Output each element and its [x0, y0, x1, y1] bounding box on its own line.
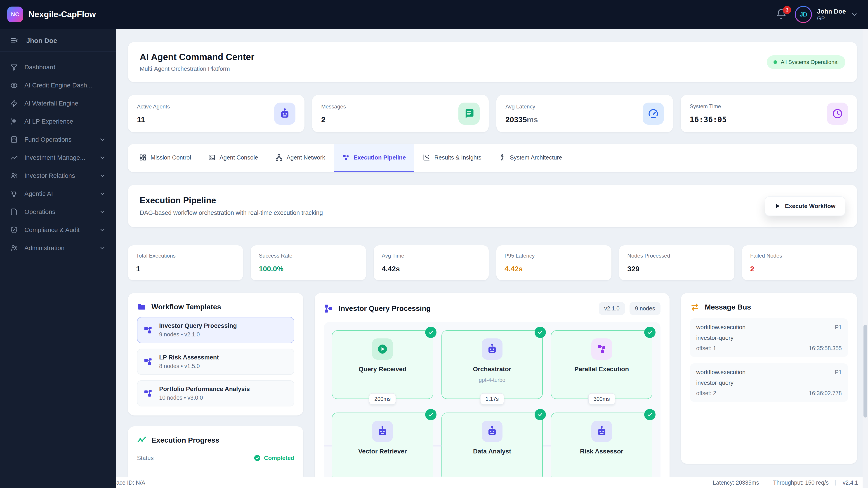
sidebar-item-administration[interactable]: Administration [4, 239, 112, 257]
sidebar-collapse-icon[interactable] [10, 36, 19, 45]
scrollbar-thumb[interactable] [864, 325, 867, 418]
pstat-avg-time: Avg Time 4.42s [374, 246, 489, 281]
clock-icon [827, 103, 848, 125]
bus-priority: P1 [835, 324, 842, 330]
dag-node-query-received[interactable]: Query Received 200ms [332, 330, 433, 399]
tab-agent-console[interactable]: Agent Console [199, 144, 267, 172]
check-badge-icon [644, 327, 655, 338]
sidebar-item-ai-credit-engine[interactable]: AI Credit Engine Dash... [4, 76, 112, 94]
stat-card-avg-latency: Avg Latency 20335ms [496, 95, 673, 132]
robot-icon [372, 421, 393, 442]
sidebar-item-agentic-ai[interactable]: Agentic AI [4, 185, 112, 203]
check-badge-icon [425, 327, 436, 338]
progress-status-text: Completed [264, 455, 294, 462]
dag-node-vector-retriever[interactable]: Vector Retriever [332, 413, 433, 481]
dag-node-data-analyst[interactable]: Data Analyst [441, 413, 543, 481]
progress-status-value: Completed [254, 454, 294, 462]
sidebar-profile-name: Jhon Doe [26, 37, 57, 44]
workflow-icon [342, 154, 349, 161]
trending-up-icon [10, 154, 18, 162]
scatter-chart-icon [423, 154, 430, 161]
robot-icon [482, 421, 502, 442]
node-name: Data Analyst [473, 448, 511, 455]
stat-value: 16:36:05 [690, 115, 727, 124]
template-name: Portfolio Performance Analysis [159, 386, 250, 393]
latency-text: Latency: 20335ms [713, 480, 759, 486]
calculator-icon [10, 135, 18, 144]
bus-channel: investor-query [696, 334, 842, 341]
user-menu[interactable]: JD John Doe GP [795, 6, 858, 23]
dag-node-orchestrator[interactable]: Orchestrator gpt-4-turbo 1.17s [441, 330, 543, 399]
tab-mission-control[interactable]: Mission Control [131, 144, 199, 172]
dag-node-risk-assessor[interactable]: Risk Assessor [551, 413, 652, 481]
tabbar: Mission Control Agent Console Agent Netw… [128, 144, 857, 172]
sidebar-item-compliance-audit[interactable]: Compliance & Audit [4, 221, 112, 239]
template-meta: 9 nodes • v2.1.0 [159, 331, 237, 338]
tab-label: Results & Insights [434, 154, 481, 161]
pipeline-stats-row: Total Executions 1 Success Rate 100.0% A… [128, 246, 857, 281]
tab-execution-pipeline[interactable]: Execution Pipeline [334, 144, 414, 172]
template-portfolio-performance-analysis[interactable]: Portfolio Performance Analysis 10 nodes … [137, 380, 294, 406]
dag-node-parallel-execution[interactable]: Parallel Execution 300ms [551, 330, 652, 399]
tab-system-architecture[interactable]: System Architecture [490, 144, 571, 172]
message-bus-panel: Message Bus workflow.execution P1 invest… [681, 293, 857, 464]
sidebar-item-investor-relations[interactable]: Investor Relations [4, 167, 112, 185]
notifications-button[interactable]: 3 [776, 8, 787, 20]
tab-results-insights[interactable]: Results & Insights [414, 144, 490, 172]
tab-agent-network[interactable]: Agent Network [267, 144, 334, 172]
chevron-down-icon [851, 11, 858, 18]
throughput-text: Throughput: 150 req/s [773, 480, 829, 486]
bus-timestamp: 16:35:58.355 [809, 345, 842, 352]
dag-canvas: Query Received 200ms Orchestrator gpt-4-… [324, 322, 660, 488]
pstat-value: 100.0% [259, 265, 358, 273]
sidebar-item-operations[interactable]: Operations [4, 203, 112, 221]
sidebar-item-ai-waterfall[interactable]: AI Waterfall Engine [4, 94, 112, 112]
pstat-value: 1 [136, 265, 235, 273]
sidebar-item-label: AI LP Experience [24, 118, 73, 125]
execute-workflow-button[interactable]: Execute Workflow [765, 196, 845, 216]
check-badge-icon [535, 327, 546, 338]
node-duration: 200ms [369, 393, 396, 405]
template-investor-query-processing[interactable]: Investor Query Processing 9 nodes • v2.1… [137, 317, 294, 343]
terminal-icon [208, 154, 215, 161]
sidebar-item-label: Administration [24, 245, 64, 252]
tab-label: Agent Network [287, 154, 325, 161]
page-title: AI Agent Command Center [140, 52, 254, 62]
bus-offset: offset: 2 [696, 390, 716, 396]
sidebar-item-fund-operations[interactable]: Fund Operations [4, 131, 112, 149]
pstat-value: 329 [627, 265, 726, 273]
divider [766, 480, 766, 486]
workflow-icon [143, 325, 153, 335]
stat-label: System Time [690, 103, 727, 109]
bus-topic: workflow.execution [696, 369, 745, 376]
sidebar-item-investment-management[interactable]: Investment Manage... [4, 149, 112, 167]
scrollbar-track[interactable] [863, 29, 868, 488]
bus-message: workflow.execution P1 investor-query off… [690, 363, 848, 402]
stat-value: 2 [321, 115, 346, 124]
sidebar-item-dashboard[interactable]: Dashboard [4, 58, 112, 76]
chevron-down-icon [99, 208, 106, 215]
pstat-label: P95 Latency [504, 253, 603, 259]
status-dot [774, 60, 777, 64]
pstat-value: 4.42s [382, 265, 480, 273]
dashboard-grid-icon [139, 154, 147, 161]
chevron-down-icon [99, 191, 106, 197]
sidebar: Jhon Doe Dashboard AI Credit Engine Dash… [0, 29, 116, 488]
app-logo: NC [7, 6, 23, 22]
sidebar-nav: Dashboard AI Credit Engine Dash... AI Wa… [0, 52, 116, 263]
main-content: AI Agent Command Center Multi-Agent Orch… [116, 29, 868, 488]
chevron-down-icon [99, 154, 106, 161]
workflow-icon [143, 388, 153, 398]
templates-title: Workflow Templates [151, 303, 221, 311]
sidebar-item-ai-lp-experience[interactable]: AI LP Experience [4, 112, 112, 131]
pstat-total-executions: Total Executions 1 [128, 246, 243, 281]
message-bus-title: Message Bus [705, 303, 751, 311]
stat-card-messages: Messages 2 [312, 95, 489, 132]
sparkles-icon [10, 118, 18, 126]
network-icon [275, 154, 283, 161]
template-lp-risk-assessment[interactable]: LP Risk Assessment 8 nodes • v1.5.0 [137, 349, 294, 375]
pstat-label: Avg Time [382, 253, 480, 259]
pstat-label: Nodes Processed [627, 253, 726, 259]
pstat-success-rate: Success Rate 100.0% [251, 246, 366, 281]
avatar: JD [795, 6, 812, 23]
